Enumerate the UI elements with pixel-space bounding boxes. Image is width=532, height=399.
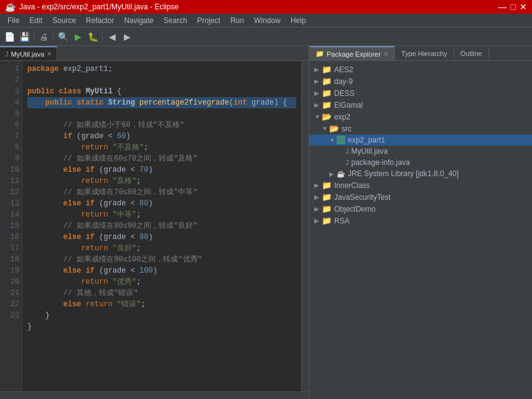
toolbar-search[interactable]: 🔍 [56, 30, 70, 44]
tree-label-objectdemo: ObjectDemo [334, 205, 376, 214]
close-button[interactable]: ✕ [520, 2, 527, 12]
arrow-exp2: ▼ [314, 113, 320, 120]
code-area[interactable]: 12345 678910 1112131415 1617181920 21222… [0, 61, 309, 392]
editor-tab-label: MyUtil.java [11, 50, 45, 58]
tree-label-day9: day-9 [334, 77, 353, 86]
tree-item-exp2[interactable]: ▼ 📂 exp2 [309, 111, 532, 123]
right-panel: 📁 Package Explorer ✕ Type Hierarchy Outl… [309, 46, 532, 399]
arrow-src: ▼ [322, 125, 328, 132]
arrow-innerclass: ▶ [314, 182, 320, 189]
toolbar-debug[interactable]: 🐛 [86, 30, 100, 44]
pkg-explorer-close[interactable]: ✕ [383, 50, 388, 57]
folder-icon-day9: 📁 [322, 77, 332, 86]
title-bar: ☕ Java - exp2/src/exp2_part1/MyUtil.java… [0, 0, 532, 14]
tree-label-exp2: exp2 [334, 113, 350, 121]
app-icon: ☕ [5, 2, 16, 12]
menu-project[interactable]: Project [192, 15, 225, 26]
folder-icon-objectdemo: 📁 [322, 204, 332, 214]
maximize-button[interactable]: □ [511, 2, 516, 12]
menu-run[interactable]: Run [225, 15, 249, 26]
folder-icon-javasecurity: 📁 [322, 192, 332, 202]
tree-item-elgamal[interactable]: ▶ 📁 ElGamal [309, 99, 532, 111]
folder-icon-innerclass: 📁 [322, 181, 332, 190]
toolbar-run[interactable]: ▶ [71, 30, 85, 44]
folder-icon-rsa: 📁 [322, 216, 332, 225]
arrow-rsa: ▶ [314, 217, 320, 224]
line-numbers: 12345 678910 1112131415 1617181920 21222… [0, 61, 22, 392]
tree-item-javasecurity[interactable]: ▶ 📁 JavaSecurityTest [309, 191, 532, 203]
package-explorer-tree[interactable]: ▶ 📁 AES2 ▶ 📁 day-9 ▶ 📁 DESS ▶ 📁 ElGamal [309, 61, 532, 399]
tree-label-innerclass: InnerClass [334, 181, 370, 190]
src-folder-icon: 📂 [329, 124, 339, 133]
arrow-elgamal: ▶ [314, 101, 320, 108]
horizontal-scrollbar[interactable] [0, 392, 309, 399]
editor-panel: J MyUtil.java ✕ 12345 678910 1112131415 … [0, 46, 309, 399]
tree-item-rsa[interactable]: ▶ 📁 RSA [309, 215, 532, 227]
tab-type-hierarchy[interactable]: Type Hierarchy [395, 46, 454, 60]
menu-bar: File Edit Source Refactor Navigate Searc… [0, 14, 532, 27]
type-hierarchy-label: Type Hierarchy [401, 50, 447, 57]
vertical-scrollbar[interactable] [301, 61, 309, 392]
pkg-explorer-label: Package Explorer [327, 50, 381, 58]
tree-label-packageinfo: package-info.java [352, 158, 410, 167]
tree-item-packageinfo[interactable]: J package-info.java [309, 157, 532, 168]
folder-icon-elgamal: 📁 [322, 100, 332, 110]
tab-outline[interactable]: Outline [454, 46, 489, 60]
toolbar-separator-1 [34, 31, 34, 42]
folder-icon-exp2: 📂 [322, 112, 332, 121]
menu-navigate[interactable]: Navigate [119, 15, 158, 26]
tab-java-icon: J [5, 50, 9, 58]
tree-label-elgamal: ElGamal [334, 101, 363, 110]
arrow-javasecurity: ▶ [314, 194, 320, 200]
java-icon-packageinfo: J [345, 159, 349, 166]
pkg-explorer-icon: 📁 [315, 50, 324, 58]
arrow-day9: ▶ [314, 78, 320, 85]
minimize-button[interactable]: — [498, 2, 507, 12]
toolbar-forward[interactable]: ▶ [120, 30, 134, 44]
tree-label-exp2part1: exp2_part1 [348, 136, 385, 144]
code-content[interactable]: package exp2_part1; public class MyUtil … [22, 61, 301, 392]
toolbar-separator-3 [102, 31, 103, 42]
tree-label-rsa: RSA [334, 217, 350, 225]
right-tabs: 📁 Package Explorer ✕ Type Hierarchy Outl… [309, 46, 532, 61]
toolbar-save[interactable]: 💾 [17, 30, 31, 44]
menu-file[interactable]: File [2, 15, 24, 26]
jar-icon-jre: ☕ [337, 170, 345, 178]
tree-item-dess[interactable]: ▶ 📁 DESS [309, 87, 532, 99]
window-title: Java - exp2/src/exp2_part1/MyUtil.java -… [19, 2, 179, 11]
menu-source[interactable]: Source [47, 15, 81, 26]
tree-item-day9[interactable]: ▶ 📁 day-9 [309, 75, 532, 87]
arrow-dess: ▶ [314, 90, 320, 96]
toolbar: 📄 💾 🖨 🔍 ▶ 🐛 ◀ ▶ [0, 27, 532, 46]
title-controls: — □ ✕ [498, 2, 527, 12]
arrow-jre: ▶ [329, 171, 335, 177]
arrow-aes2: ▶ [314, 66, 320, 73]
package-icon-exp2part1: ⊞ [337, 136, 345, 144]
arrow-objectdemo: ▶ [314, 205, 320, 212]
menu-window[interactable]: Window [249, 15, 286, 26]
outline-label: Outline [460, 50, 482, 57]
menu-refactor[interactable]: Refactor [81, 15, 119, 26]
folder-icon-aes2: 📁 [322, 65, 332, 74]
tree-item-myutil[interactable]: J MyUtil.java [309, 146, 532, 157]
tree-item-exp2part1[interactable]: ▼ ⊞ exp2_part1 [309, 134, 532, 146]
tree-label-myutil: MyUtil.java [352, 147, 388, 156]
toolbar-new[interactable]: 📄 [2, 30, 16, 44]
menu-help[interactable]: Help [286, 15, 311, 26]
tree-item-objectdemo[interactable]: ▶ 📁 ObjectDemo [309, 203, 532, 215]
tab-package-explorer[interactable]: 📁 Package Explorer ✕ [309, 46, 395, 60]
folder-icon-dess: 📁 [322, 88, 332, 98]
editor-tab-close[interactable]: ✕ [47, 50, 52, 57]
tree-item-innerclass[interactable]: ▶ 📁 InnerClass [309, 179, 532, 191]
tree-label-src: src [342, 124, 352, 133]
tree-item-aes2[interactable]: ▶ 📁 AES2 [309, 63, 532, 75]
editor-tab-myutil[interactable]: J MyUtil.java ✕ [0, 46, 57, 60]
tree-label-jre: JRE System Library [jdk1.8.0_40] [348, 169, 459, 178]
menu-edit[interactable]: Edit [24, 15, 47, 26]
tree-item-jre[interactable]: ▶ ☕ JRE System Library [jdk1.8.0_40] [309, 168, 532, 179]
arrow-exp2part1: ▼ [329, 137, 335, 144]
toolbar-print[interactable]: 🖨 [37, 30, 50, 44]
menu-search[interactable]: Search [159, 15, 192, 26]
tree-item-src[interactable]: ▼ 📂 src [309, 123, 532, 134]
toolbar-back[interactable]: ◀ [105, 30, 119, 44]
